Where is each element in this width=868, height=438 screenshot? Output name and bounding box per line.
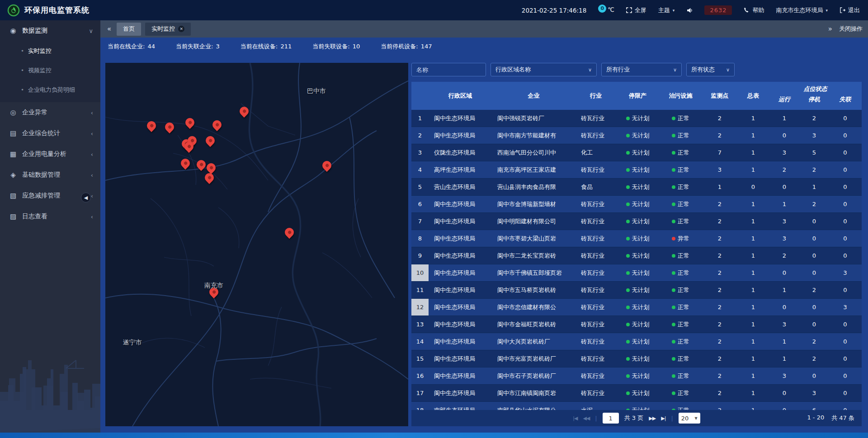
announcement-button[interactable] [686, 7, 693, 14]
table-row[interactable]: 11阆中生态环境局阆中市五马桥页岩机砖砖瓦行业无计划正常21120 [411, 282, 862, 299]
name-filter-input[interactable] [411, 63, 486, 76]
app: 环保用电监管系统 2021-02-25 17:46:18 0 ℃ 全屏 主题 ▾ [0, 0, 868, 438]
chevron-left-icon: ‹ [91, 109, 93, 116]
cell-lost: 0 [829, 230, 862, 247]
database-icon: ◈ [9, 171, 17, 179]
sidebar-item-enterprise-abnormal[interactable]: ◎企业异常‹ [0, 102, 100, 123]
total-pages-label: 共 3 页 [624, 414, 644, 422]
map-pin[interactable] [204, 134, 217, 147]
sidebar-item-label: 应急减排管理 [22, 192, 86, 200]
table-row[interactable]: 17阆中生态环境局阆中市江南镇阆南页岩砖瓦行业无计划正常21030 [411, 385, 862, 402]
table-row[interactable]: 14阆中生态环境局阆中大兴页岩机砖厂砖瓦行业无计划正常21120 [411, 333, 862, 350]
main-row: ◉数据监测∨•实时监控•视频监控•企业电力负荷明细◎企业异常‹▤企业综合统计‹▦… [0, 20, 868, 433]
sidebar-item-enterprise-statistics[interactable]: ▤企业综合统计‹ [0, 123, 100, 144]
sidebar-item-log-view[interactable]: ▨日志查看‹ [0, 206, 100, 227]
help-button[interactable]: 帮助 [744, 6, 764, 14]
map-pin[interactable] [195, 158, 208, 171]
first-page-icon[interactable]: |◀ [573, 415, 577, 421]
logout-button[interactable]: 退出 [840, 6, 860, 14]
tab-realtime-monitor[interactable]: 实时监控 ✕ [145, 23, 191, 36]
table-row[interactable]: 10阆中生态环境局阆中市千佛镇五郎垭页岩砖瓦行业无计划正常21003 [411, 264, 862, 282]
table-row[interactable]: 7阆中生态环境局阆中明阳建材有限公司砖瓦行业无计划正常21300 [411, 213, 862, 230]
sidebar-collapse-button[interactable]: ◀ [81, 193, 91, 203]
cell-region: 阆中生态环境局 [429, 282, 492, 298]
cell-stop: 2 [800, 161, 829, 178]
stat-item: 当前停机设备: 147 [381, 42, 432, 51]
close-operations-button[interactable]: 关闭操作 [839, 25, 863, 33]
next-page-icon[interactable]: ▶▶ [649, 415, 656, 421]
cell-lost: 0 [829, 213, 862, 230]
fullscreen-button[interactable]: 全屏 [626, 6, 646, 14]
table-row[interactable]: 15阆中生态环境局阆中市光富页岩机砖厂砖瓦行业无计划正常21120 [411, 350, 862, 367]
last-page-icon[interactable]: ▶| [661, 415, 665, 421]
cell-region: 仪陇生态环境局 [429, 144, 492, 161]
status-dot-green-icon [626, 237, 630, 240]
map-pin[interactable] [205, 161, 217, 174]
theme-dropdown[interactable]: 主题 ▾ [658, 6, 675, 14]
cell-region: 阆中生态环境局 [429, 333, 492, 350]
tab-close-icon[interactable]: ✕ [178, 26, 184, 32]
page-number-input[interactable] [603, 413, 619, 424]
cell-company: 阆中市枣碧大梁山页岩 [492, 230, 576, 247]
alert-count-badge[interactable]: 2632 [704, 5, 732, 15]
tabs-scroll-left-icon[interactable]: « [106, 25, 113, 33]
sidebar-subitem-video-monitor[interactable]: •视频监控 [0, 61, 100, 80]
status-dot-green-icon [672, 203, 675, 206]
status-dot-green-icon [626, 168, 630, 172]
cell-facility: 正常 [659, 299, 702, 316]
sidebar-item-label: 企业异常 [22, 108, 86, 117]
table-row[interactable]: 6阆中生态环境局阆中市金博瑞新型墙材砖瓦行业无计划正常21120 [411, 196, 862, 213]
table-row[interactable]: 4高坪生态环境局南充市高坪区王家店建砖瓦行业无计划正常31220 [411, 161, 862, 179]
table-row[interactable]: 9阆中生态环境局阆中市二龙长宝页岩砖砖瓦行业无计划正常21200 [411, 247, 862, 264]
sidebar-item-data-monitor[interactable]: ◉数据监测∨ [0, 20, 100, 41]
table-row[interactable]: 1阆中生态环境局阆中强锐页岩砖厂砖瓦行业无计划正常21120 [411, 110, 862, 127]
table-row[interactable]: 5营山生态环境局营山县润丰肉食品有限食品无计划正常10010 [411, 179, 862, 196]
cell-meters: 1 [737, 144, 769, 161]
page-size-select[interactable]: 20 ▼ [679, 413, 700, 424]
row-index: 6 [411, 196, 429, 212]
map-pin[interactable] [184, 116, 196, 129]
sidebar-subitem-realtime-monitor[interactable]: •实时监控 [0, 41, 100, 61]
status-filter-select[interactable]: 所有状态 ∨ [686, 63, 735, 76]
map-pin[interactable] [179, 157, 192, 170]
chevron-down-icon: ▾ [673, 8, 675, 13]
tabs-scroll-right-icon[interactable]: » [827, 25, 834, 33]
cell-points: 2 [702, 230, 737, 247]
sidebar-item-label: 企业用电量分析 [22, 150, 86, 158]
prev-page-icon[interactable]: ◀◀ [583, 415, 590, 421]
map-pin[interactable] [145, 119, 158, 132]
map-pin[interactable] [211, 118, 223, 131]
sidebar-item-power-analysis[interactable]: ▦企业用电量分析‹ [0, 144, 100, 165]
cell-region: 阆中生态环境局 [429, 127, 492, 144]
limit-label: 无计划 [632, 406, 650, 410]
map-panel[interactable]: 巴中市南充市遂宁市 [105, 63, 408, 426]
region-filter-select[interactable]: 行政区域名称 ∨ [491, 63, 597, 76]
cell-points: 2 [702, 402, 737, 410]
table-row[interactable]: 12阆中生态环境局阆中市忠信建材有限公砖瓦行业无计划正常21003 [411, 299, 862, 316]
cell-run: 1 [769, 196, 800, 212]
cell-lost: 0 [829, 333, 862, 350]
map-pin[interactable] [203, 171, 216, 184]
sidebar-subitem-power-load-detail[interactable]: •企业电力负荷明细 [0, 80, 100, 99]
table-row[interactable]: 8阆中生态环境局阆中市枣碧大梁山页岩砖瓦行业无计划异常21300 [411, 230, 862, 247]
status-dot-green-icon [626, 288, 630, 292]
map-pin[interactable] [238, 105, 250, 118]
status-dot-green-icon [672, 340, 675, 344]
table-row[interactable]: 16阆中生态环境局阆中市石子页岩机砖厂砖瓦行业无计划正常21300 [411, 367, 862, 385]
cell-run: 0 [769, 264, 800, 281]
table-row[interactable]: 18南部生态环境局南部县华山水泥有限公水泥无计划正常21060 [411, 402, 862, 410]
sidebar-item-base-data[interactable]: ◈基础数据管理‹ [0, 165, 100, 185]
cell-facility: 正常 [659, 110, 702, 127]
tab-home[interactable]: 首页 [117, 23, 141, 36]
org-dropdown[interactable]: 南充市生态环境局 ▾ [776, 6, 828, 14]
table-row[interactable]: 13阆中生态环境局阆中市金福旺页岩机砖砖瓦行业无计划正常21300 [411, 316, 862, 333]
stat-label: 当前失联企业: [176, 43, 215, 50]
cell-stop: 3 [800, 127, 829, 144]
map-pin[interactable] [163, 121, 176, 133]
map-pin[interactable] [321, 159, 333, 172]
table-row[interactable]: 2阆中生态环境局阆中市南方节能建材有砖瓦行业无计划正常21030 [411, 127, 862, 144]
industry-filter-select[interactable]: 所有行业 ∨ [601, 63, 682, 76]
status-dot-green-icon [626, 323, 630, 326]
table-row[interactable]: 3仪陇生态环境局西南油气田分公司川中化工无计划正常71350 [411, 144, 862, 161]
map-pin[interactable] [283, 226, 296, 239]
